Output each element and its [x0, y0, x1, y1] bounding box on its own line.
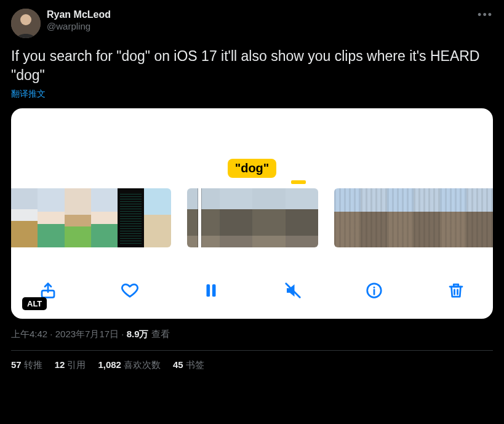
search-keyword-label: "dog" [228, 159, 277, 178]
clip-frame [187, 188, 220, 247]
stat-bookmarks[interactable]: 45书签 [173, 359, 204, 371]
clip-frame [440, 188, 466, 247]
translate-link[interactable]: 翻译推文 [11, 89, 493, 100]
playhead[interactable] [198, 188, 201, 247]
clip-frame [38, 188, 64, 247]
svg-rect-4 [212, 284, 216, 297]
info-icon[interactable] [363, 279, 385, 302]
heart-icon[interactable] [119, 279, 141, 302]
media-toolbar [11, 279, 493, 302]
media-attachment[interactable]: "dog" [11, 108, 493, 319]
author-names: Ryan McLeod @warpling [47, 9, 111, 33]
clip-frame [144, 188, 170, 247]
stat-likes[interactable]: 1,082喜欢次数 [98, 359, 161, 371]
video-scrubber[interactable] [11, 188, 493, 247]
tweet-stats: 57转推 12引用 1,082喜欢次数 45书签 [11, 359, 493, 371]
clip-thumbnail-group[interactable] [11, 188, 171, 247]
clip-frame [65, 188, 91, 247]
author-display-name[interactable]: Ryan McLeod [47, 9, 111, 21]
clip-thumbnail-group[interactable] [187, 188, 319, 247]
svg-point-1 [20, 14, 31, 25]
author-handle[interactable]: @warpling [47, 21, 111, 33]
speaker-muted-icon[interactable] [282, 279, 304, 302]
pause-icon[interactable] [200, 279, 222, 302]
stat-quotes[interactable]: 12引用 [55, 359, 86, 371]
clip-frame [91, 188, 118, 247]
keyword-marker [291, 180, 306, 184]
clip-frame [252, 188, 285, 247]
alt-badge[interactable]: ALT [22, 297, 47, 310]
clip-frame [286, 188, 318, 247]
clip-frame [387, 188, 414, 247]
clip-frame [414, 188, 440, 247]
tweet-card: Ryan McLeod @warpling ••• If you search … [0, 0, 504, 371]
clip-frame [11, 188, 38, 247]
clip-thumbnail-group[interactable] [334, 188, 493, 247]
avatar[interactable] [11, 9, 41, 38]
clip-frame [466, 188, 493, 247]
clip-frame [334, 188, 361, 247]
tweet-text: If you search for "dog" on iOS 17 it'll … [11, 47, 493, 85]
clip-frame [118, 188, 144, 247]
svg-point-6 [374, 287, 375, 289]
tweet-meta: 上午4:422023年7月17日8.9万 查看 [11, 329, 493, 340]
tweet-header: Ryan McLeod @warpling ••• [11, 9, 493, 38]
tweet-date[interactable]: 2023年7月17日 [55, 329, 119, 339]
svg-rect-3 [207, 284, 210, 297]
divider [11, 350, 493, 351]
clip-frame [220, 188, 252, 247]
more-icon[interactable]: ••• [478, 9, 493, 22]
clip-frame [361, 188, 387, 247]
views-count[interactable]: 8.9万 [127, 329, 149, 339]
tweet-time[interactable]: 上午4:42 [11, 329, 47, 339]
stat-retweets[interactable]: 57转推 [11, 359, 42, 371]
trash-icon[interactable] [445, 279, 467, 302]
views-label: 查看 [151, 329, 170, 339]
